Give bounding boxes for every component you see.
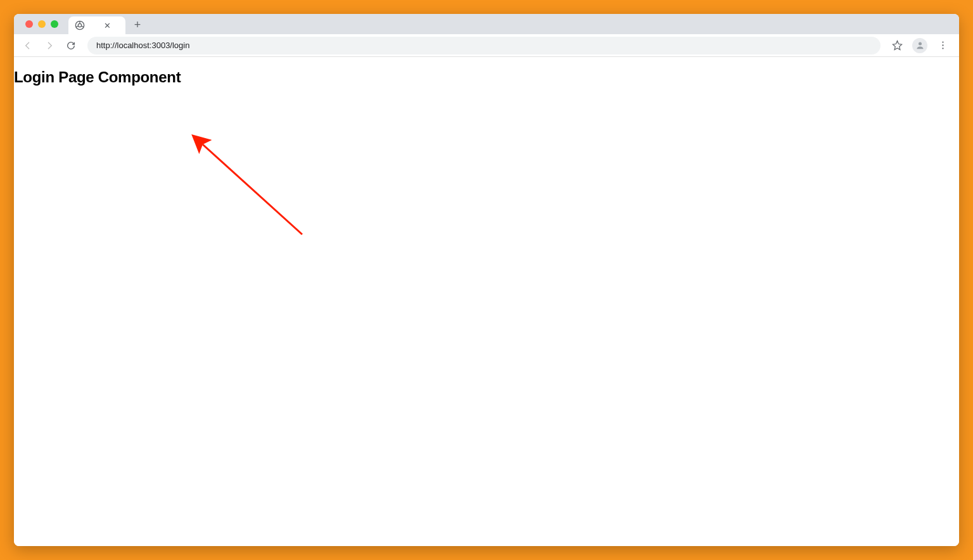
browser-window: ✕ + [14, 14, 959, 546]
tab-favicon-icon [75, 20, 85, 30]
bookmark-button[interactable] [888, 37, 906, 54]
url-input[interactable] [96, 41, 872, 50]
address-bar[interactable] [87, 37, 881, 54]
tab-strip: ✕ + [14, 14, 959, 34]
nav-reload-button[interactable] [62, 37, 80, 54]
person-icon [915, 41, 925, 50]
svg-point-7 [942, 44, 943, 46]
svg-point-8 [942, 48, 943, 49]
arrow-right-icon [44, 41, 54, 51]
nav-back-button[interactable] [19, 37, 37, 54]
kebab-menu-icon [938, 40, 948, 51]
svg-line-3 [81, 26, 84, 27]
plus-icon: + [134, 18, 141, 32]
nav-forward-button[interactable] [41, 37, 58, 54]
svg-point-6 [942, 41, 943, 42]
annotation-arrow-icon [191, 133, 331, 260]
window-maximize-button[interactable] [51, 20, 58, 28]
arrow-left-icon [23, 41, 33, 51]
window-minimize-button[interactable] [38, 20, 46, 28]
svg-point-5 [919, 42, 922, 46]
svg-point-1 [78, 23, 81, 27]
svg-line-4 [76, 26, 79, 27]
browser-toolbar [14, 34, 959, 57]
page-viewport: Login Page Component [14, 57, 959, 546]
profile-avatar [912, 38, 927, 53]
browser-tab[interactable]: ✕ [68, 16, 125, 34]
toolbar-right [888, 37, 954, 54]
profile-button[interactable] [911, 37, 929, 54]
window-controls [20, 14, 63, 34]
reload-icon [66, 41, 76, 51]
new-tab-button[interactable]: + [129, 16, 146, 33]
window-close-button[interactable] [25, 20, 33, 28]
star-icon [892, 40, 903, 51]
tab-close-icon[interactable]: ✕ [104, 22, 111, 30]
svg-line-10 [203, 144, 302, 234]
browser-menu-button[interactable] [934, 37, 951, 54]
page-heading: Login Page Component [14, 68, 959, 86]
